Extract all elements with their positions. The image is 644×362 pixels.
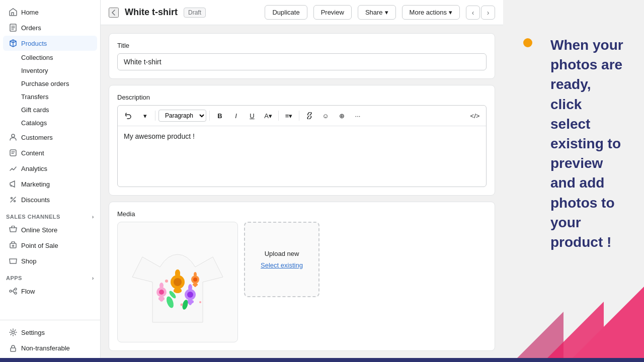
description-box: ▾ Paragraph B I U A▾ ≡▾ — [117, 105, 487, 187]
sidebar-item-flow[interactable]: Flow — [3, 284, 97, 299]
discounts-icon — [9, 196, 17, 204]
sidebar-item-home-label: Home — [21, 9, 39, 16]
svg-point-3 — [11, 198, 13, 199]
duplicate-button[interactable]: Duplicate — [265, 5, 307, 20]
sidebar-item-settings-label: Settings — [21, 329, 45, 336]
sidebar-bottom: Settings Non-transferable — [0, 320, 100, 362]
sidebar-item-flow-label: Flow — [21, 288, 35, 295]
flow-icon — [9, 287, 17, 295]
apps-expand-icon[interactable]: › — [92, 275, 94, 281]
tip-row: When your photos are ready, click select… — [523, 35, 624, 252]
point-of-sale-icon — [9, 241, 17, 249]
sidebar-item-shop[interactable]: Shop — [3, 253, 97, 268]
attachment-button[interactable]: ⊕ — [335, 109, 349, 123]
sidebar-item-non-transferable[interactable]: Non-transferable — [3, 340, 97, 355]
more-button[interactable]: ··· — [351, 109, 365, 123]
products-icon — [9, 39, 17, 47]
media-label: Media — [117, 210, 487, 218]
svg-point-9 — [12, 331, 15, 334]
svg-point-16 — [174, 288, 182, 293]
shop-icon — [9, 257, 17, 265]
svg-point-18 — [159, 290, 164, 295]
marketing-icon — [9, 180, 17, 188]
sidebar-item-purchase-orders-label: Purchase orders — [21, 80, 69, 87]
paragraph-select[interactable]: Paragraph — [158, 110, 206, 122]
text-color-button[interactable]: A▾ — [261, 109, 275, 123]
online-store-icon — [9, 226, 17, 234]
sidebar: Home Orders Products Collections Invento… — [0, 0, 101, 362]
sidebar-item-discounts[interactable]: Discounts — [3, 192, 97, 207]
source-button[interactable]: </> — [468, 109, 482, 123]
divider-2 — [209, 111, 210, 121]
sidebar-item-content[interactable]: Content — [3, 145, 97, 160]
sidebar-item-catalogs[interactable]: Catalogs — [3, 117, 97, 129]
sidebar-nav: Home Orders Products Collections Invento… — [0, 0, 100, 320]
sidebar-item-content-label: Content — [21, 149, 44, 157]
italic-button[interactable]: I — [229, 109, 243, 123]
sidebar-item-online-store[interactable]: Online Store — [3, 222, 97, 237]
svg-point-6 — [10, 290, 12, 292]
sidebar-item-products[interactable]: Products — [3, 36, 97, 51]
svg-point-24 — [187, 292, 193, 298]
sidebar-item-customers-label: Customers — [21, 134, 53, 141]
sidebar-item-collections[interactable]: Collections — [3, 51, 97, 64]
link-button[interactable] — [302, 109, 316, 123]
sidebar-item-purchase-orders[interactable]: Purchase orders — [3, 77, 97, 90]
sidebar-item-marketing[interactable]: Marketing — [3, 176, 97, 192]
sidebar-item-analytics[interactable]: Analytics — [3, 161, 97, 176]
more-actions-button[interactable]: More actions ▾ — [402, 5, 460, 20]
sidebar-item-products-label: Products — [21, 40, 47, 47]
preview-button[interactable]: Preview — [313, 5, 352, 20]
sales-channels-section: Sales channels › — [0, 208, 100, 222]
svg-point-40 — [199, 301, 201, 303]
sidebar-item-shop-label: Shop — [21, 257, 36, 265]
sidebar-item-inventory-label: Inventory — [21, 67, 48, 74]
share-button[interactable]: Share ▾ — [358, 5, 396, 20]
content-icon — [9, 149, 17, 157]
redo-button[interactable]: ▾ — [138, 109, 152, 123]
expand-icon[interactable]: › — [92, 214, 94, 220]
sidebar-item-non-transferable-label: Non-transferable — [21, 344, 70, 352]
sidebar-item-transfers-label: Transfers — [21, 93, 48, 101]
sidebar-item-gift-cards[interactable]: Gift cards — [3, 104, 97, 116]
deco-corner — [503, 287, 644, 362]
sidebar-item-home[interactable]: Home — [3, 5, 97, 20]
sidebar-item-discounts-label: Discounts — [21, 196, 50, 204]
undo-button[interactable] — [122, 109, 136, 123]
sidebar-item-orders-label: Orders — [21, 24, 41, 32]
svg-point-25 — [188, 284, 192, 291]
media-grid: Upload new Select existing — [117, 222, 487, 342]
media-item-tshirt — [117, 222, 238, 342]
sidebar-item-collections-label: Collections — [21, 54, 53, 61]
svg-point-12 — [174, 278, 182, 286]
analytics-icon — [9, 164, 17, 172]
sidebar-item-customers[interactable]: Customers — [3, 130, 97, 145]
divider-4 — [299, 111, 299, 121]
sidebar-item-transfers[interactable]: Transfers — [3, 90, 97, 103]
next-button[interactable]: › — [481, 6, 495, 20]
prev-button[interactable]: ‹ — [466, 6, 480, 20]
sidebar-item-inventory[interactable]: Inventory — [3, 64, 97, 77]
title-input[interactable] — [117, 53, 487, 70]
sidebar-item-point-of-sale[interactable]: Point of Sale — [3, 238, 97, 253]
svg-point-14 — [175, 269, 180, 278]
chevron-down-icon: ▾ — [449, 9, 452, 16]
emoji-button[interactable]: ☺ — [318, 109, 333, 123]
align-button[interactable]: ≡▾ — [282, 109, 296, 123]
sidebar-item-settings[interactable]: Settings — [3, 325, 97, 340]
sidebar-item-orders[interactable]: Orders — [3, 20, 97, 35]
description-label: Description — [117, 94, 487, 101]
nav-arrows: ‹ › — [466, 6, 495, 20]
orders-icon — [9, 24, 17, 32]
bottom-bar — [0, 358, 644, 362]
svg-point-1 — [12, 134, 15, 137]
description-editor[interactable]: My awesome product ! — [118, 126, 486, 187]
upload-new-button[interactable]: Upload new — [265, 250, 299, 257]
back-button[interactable] — [109, 8, 119, 18]
select-existing-button[interactable]: Select existing — [261, 261, 303, 269]
underline-button[interactable]: U — [245, 109, 259, 123]
bold-button[interactable]: B — [213, 109, 227, 123]
chevron-down-icon: ▾ — [385, 9, 388, 16]
svg-point-22 — [158, 297, 165, 301]
svg-point-33 — [193, 278, 197, 282]
